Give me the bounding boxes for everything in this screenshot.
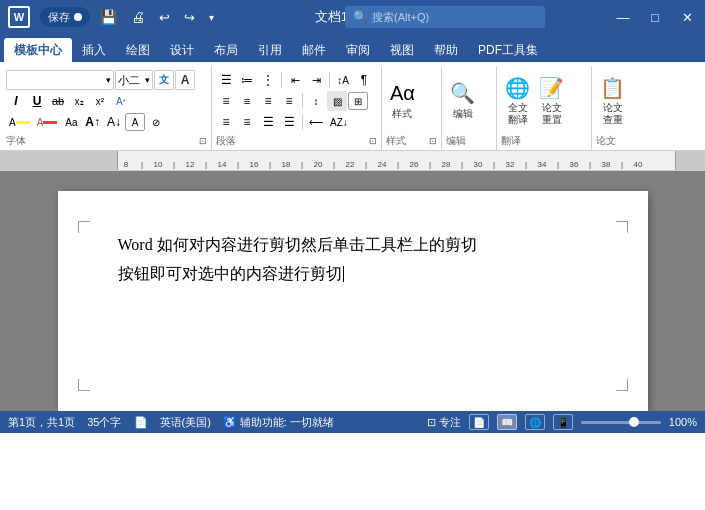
window-controls: — □ ✕ [609,3,705,31]
show-marks-button[interactable]: ¶ [354,70,374,90]
editing-label: 编辑 [453,107,473,121]
tab-design[interactable]: 设计 [160,38,204,62]
tab-view[interactable]: 视图 [380,38,424,62]
accessibility-indicator[interactable]: ♿ 辅助功能: 一切就绪 [223,415,334,430]
font-size-up-button[interactable]: A↑ [82,112,103,132]
italic-button[interactable]: I [6,91,26,111]
customize-quick-access[interactable]: ▾ [205,10,218,25]
search-input[interactable] [372,11,512,23]
tab-help[interactable]: 帮助 [424,38,468,62]
save-button[interactable]: 💾 [96,7,121,27]
full-translate-button[interactable]: 🌐 全文翻译 [501,75,534,127]
ruler: 8 | 10 | 12 | 14 | 16 | 18 | 20 | 22 | 2 [0,151,705,171]
distributed-button[interactable]: ☰ [279,112,299,132]
bullet-list-button[interactable]: ☰ [216,70,236,90]
tab-pdf-tools[interactable]: PDF工具集 [468,38,548,62]
clear-format-button[interactable]: A* [111,91,131,111]
editing-section-body: 🔍 编辑 [446,68,492,134]
highlight-color-button[interactable]: A [6,112,33,132]
tab-review[interactable]: 审阅 [336,38,380,62]
underline-button[interactable]: U [27,91,47,111]
tab-insert[interactable]: 插入 [72,38,116,62]
tab-references[interactable]: 引用 [248,38,292,62]
align-left-button[interactable]: ≡ [216,91,236,111]
font-format-row: I U ab x₂ x² A* [6,91,195,111]
tab-draw[interactable]: 绘图 [116,38,160,62]
subscript-button[interactable]: x₂ [69,91,89,111]
paper-check-button[interactable]: 📋 论文查重 [596,75,629,127]
paper-section-label: 论文 [596,134,616,148]
line-spacing-button[interactable]: ↕ [306,91,326,111]
multilevel-list-button[interactable]: ⋮ [258,70,278,90]
paragraph-expand-icon[interactable]: ⊡ [369,136,377,146]
status-bar: 第1页，共1页 35个字 📄 英语(美国) ♿ 辅助功能: 一切就绪 ⊡ 专注 … [0,411,705,433]
para-setting-button[interactable]: AZ↓ [327,112,351,132]
styles-expand-icon[interactable]: ⊡ [429,136,437,146]
search-icon: 🔍 [353,10,368,24]
border-a-button[interactable]: A [125,113,145,131]
paragraph-controls-col: ☰ ≔ ⋮ ⇤ ⇥ ↕A ¶ ≡ ≡ ≡ [216,70,374,132]
document-content[interactable]: Word 如何对内容进行剪切然后单击工具栏上的剪切 按钮即可对选中的内容进行剪切 [118,231,588,289]
editing-section: 🔍 编辑 编辑 [442,66,497,150]
align-center-button[interactable]: ≡ [237,91,257,111]
align-right-button[interactable]: ≡ [258,91,278,111]
view-web-button[interactable]: 🌐 [525,414,545,430]
close-button[interactable]: ✕ [673,3,701,31]
zoom-thumb[interactable] [629,417,639,427]
align-center2-button[interactable]: ≡ [237,112,257,132]
font-color-row: A A Aa A↑ A↓ A ⊘ [6,112,195,132]
sort-button[interactable]: ↕A [333,70,353,90]
separator3 [302,93,303,109]
font-style-a-button[interactable]: A [175,70,195,90]
view-read-button[interactable]: 📖 [497,414,517,430]
ruler-left-margin [0,151,118,170]
language-indicator[interactable]: 英语(美国) [160,415,211,430]
doc-line1: Word 如何对内容进行剪切然后单击工具栏上的剪切 [118,236,477,253]
view-print-button[interactable]: 📄 [469,414,489,430]
tab-template-center[interactable]: 模板中心 [4,38,72,62]
font-color-button[interactable]: A [34,112,61,132]
minimize-button[interactable]: — [609,3,637,31]
rewrite-icon: 📝 [539,76,564,100]
tab-layout[interactable]: 布局 [204,38,248,62]
search-bar[interactable]: 🔍 [345,6,545,28]
view-mobile-button[interactable]: 📱 [553,414,573,430]
strikethrough-button[interactable]: ab [48,91,68,111]
focus-button[interactable]: ⊡ 专注 [427,415,461,430]
numbered-list-button[interactable]: ≔ [237,70,257,90]
editing-button[interactable]: 🔍 编辑 [446,75,479,127]
page-corner-tl [78,221,90,233]
border-button[interactable]: ⊞ [348,92,368,110]
superscript-button[interactable]: x² [90,91,110,111]
increase-indent-button[interactable]: ⇥ [306,70,326,90]
undo-button[interactable]: ↩ [155,8,174,27]
wen-button[interactable]: 文 [154,70,174,90]
font-size-down-button[interactable]: A↓ [104,112,124,132]
decrease-indent-button[interactable]: ⇤ [285,70,305,90]
para-indent-button[interactable]: ⟵ [306,112,326,132]
styles-section-label: 样式 [386,134,406,148]
font-name-select[interactable]: ▾ [6,70,114,90]
document-area[interactable]: Word 如何对内容进行剪切然后单击工具栏上的剪切 按钮即可对选中的内容进行剪切 [0,171,705,411]
change-case-button[interactable]: ⊘ [146,112,166,132]
auto-save-toggle[interactable]: 保存 [40,7,90,27]
styles-button[interactable]: Aα 样式 [386,75,419,127]
justify-button[interactable]: ≡ [279,91,299,111]
font-size-value: 小二 [118,73,145,88]
align-left2-button[interactable]: ≡ [216,112,236,132]
font-expand-icon[interactable]: ⊡ [199,136,207,146]
align-right2-button[interactable]: ☰ [258,112,278,132]
tab-mailings[interactable]: 邮件 [292,38,336,62]
shading-button[interactable]: ▨ [327,91,347,111]
maximize-button[interactable]: □ [641,3,669,31]
print-button[interactable]: 🖨 [127,7,149,27]
zoom-slider[interactable] [581,421,661,424]
font-size-select[interactable]: 小二 ▾ [115,70,153,90]
zoom-level[interactable]: 100% [669,416,697,428]
redo-button[interactable]: ↪ [180,8,199,27]
paper-rewrite-button[interactable]: 📝 论文重置 [535,75,568,127]
word-count[interactable]: 35个字 [87,415,121,430]
track-changes[interactable]: 📄 [134,416,148,429]
font-aa-button[interactable]: Aa [61,112,81,132]
font-size-dropdown-icon: ▾ [145,75,150,85]
